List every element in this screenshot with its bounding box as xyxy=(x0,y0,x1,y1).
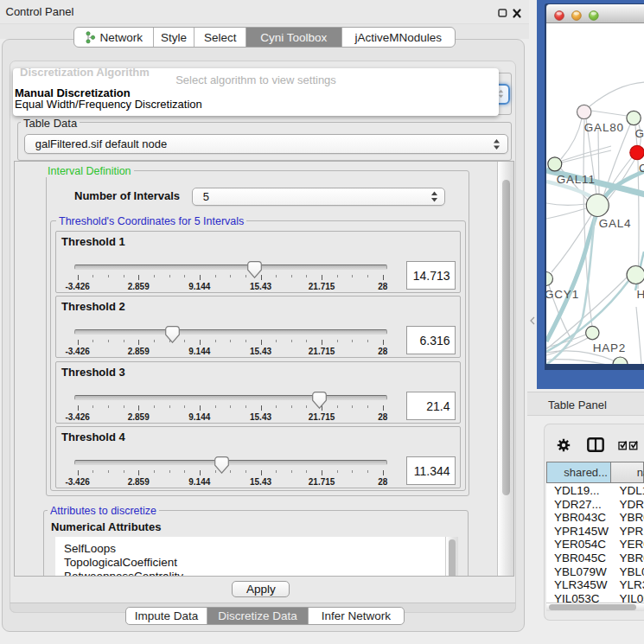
svg-text:GA: GA xyxy=(634,127,644,140)
svg-text:GAL4: GAL4 xyxy=(598,216,631,229)
svg-text:CY: CY xyxy=(639,162,644,175)
svg-text:GAL11: GAL11 xyxy=(556,172,595,185)
svg-text:HI: HI xyxy=(636,287,644,300)
svg-text:HAP2: HAP2 xyxy=(592,341,625,354)
svg-text:GAL80: GAL80 xyxy=(583,120,623,133)
svg-text:GCY1: GCY1 xyxy=(546,287,579,300)
